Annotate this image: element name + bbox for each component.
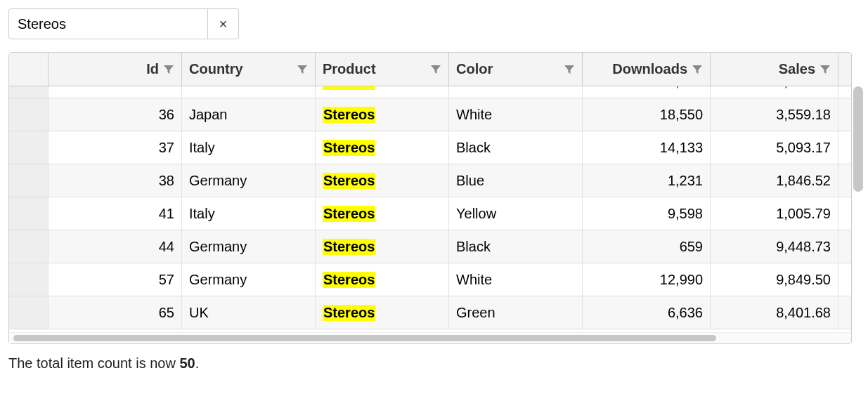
column-label: Product — [323, 61, 426, 77]
cell-tail — [838, 131, 851, 164]
column-header-id[interactable]: Id — [48, 53, 182, 86]
cell-color[interactable]: Black — [449, 230, 583, 263]
filter-icon[interactable] — [430, 64, 441, 75]
cell-sales[interactable]: 9,448.73 — [711, 230, 838, 263]
table-row[interactable]: 38GermanyStereosBlue1,2311,846.52 — [9, 164, 851, 197]
search-input[interactable] — [8, 8, 208, 39]
cell-downloads[interactable]: 12,990 — [583, 263, 711, 296]
row-header-cell[interactable] — [9, 197, 48, 230]
cell-product[interactable]: Stereos — [316, 263, 449, 296]
cell-id[interactable]: 38 — [48, 164, 182, 197]
cell-color[interactable]: White — [449, 86, 583, 98]
footer-suffix: . — [195, 355, 200, 371]
cell-country[interactable]: Germany — [182, 230, 316, 263]
row-header-cell[interactable] — [9, 98, 48, 131]
row-header-cell[interactable] — [9, 86, 48, 98]
cell-color[interactable]: White — [449, 98, 583, 131]
cell-downloads[interactable]: 9,598 — [583, 197, 711, 230]
search-highlight: Stereos — [323, 206, 375, 222]
row-header-cell[interactable] — [9, 263, 48, 296]
search-highlight: Stereos — [323, 305, 375, 321]
cell-country[interactable]: Germany — [182, 263, 316, 296]
table-row[interactable]: 31GreeceStereosWhite16,8898,284.50 — [9, 86, 851, 98]
cell-product[interactable]: Stereos — [316, 131, 449, 164]
cell-sales[interactable]: 1,005.79 — [711, 197, 838, 230]
cell-country[interactable]: Japan — [182, 98, 316, 131]
cell-tail — [838, 98, 851, 131]
cell-id[interactable]: 31 — [48, 86, 182, 98]
cell-sales[interactable]: 1,846.52 — [711, 164, 838, 197]
cell-country[interactable]: Italy — [182, 197, 316, 230]
cell-downloads[interactable]: 659 — [583, 230, 711, 263]
grid-body[interactable]: 31GreeceStereosWhite16,8898,284.5036Japa… — [9, 86, 851, 332]
clear-search-button[interactable]: × — [208, 8, 239, 39]
cell-product[interactable]: Stereos — [316, 296, 449, 329]
table-row[interactable]: 44GermanyStereosBlack6599,448.73 — [9, 230, 851, 263]
cell-id[interactable]: 41 — [48, 197, 182, 230]
cell-tail — [838, 296, 851, 329]
filter-icon[interactable] — [297, 64, 308, 75]
horizontal-scrollbar-thumb[interactable] — [13, 335, 716, 341]
row-header-cell[interactable] — [9, 296, 48, 329]
cell-downloads[interactable]: 16,889 — [583, 86, 711, 98]
cell-color[interactable]: Blue — [449, 164, 583, 197]
cell-tail — [838, 164, 851, 197]
cell-id[interactable]: 44 — [48, 230, 182, 263]
grid-header-row: Id Country Product Color Downloads Sales — [9, 53, 851, 86]
column-header-country[interactable]: Country — [182, 53, 316, 86]
row-header-cell[interactable] — [9, 131, 48, 164]
vertical-scrollbar-thumb[interactable] — [853, 86, 863, 192]
cell-product[interactable]: Stereos — [316, 197, 449, 230]
column-header-sales[interactable]: Sales — [711, 53, 838, 86]
cell-sales[interactable]: 9,849.50 — [711, 263, 838, 296]
cell-downloads[interactable]: 6,636 — [583, 296, 711, 329]
row-header-cell[interactable] — [9, 164, 48, 197]
column-header-downloads[interactable]: Downloads — [583, 53, 711, 86]
search-bar: × — [8, 8, 860, 39]
filter-icon[interactable] — [564, 64, 575, 75]
table-row[interactable]: 36JapanStereosWhite18,5503,559.18 — [9, 98, 851, 131]
cell-id[interactable]: 37 — [48, 131, 182, 164]
cell-sales[interactable]: 5,093.17 — [711, 131, 838, 164]
column-header-product[interactable]: Product — [316, 53, 449, 86]
table-row[interactable]: 57GermanyStereosWhite12,9909,849.50 — [9, 263, 851, 296]
filter-icon[interactable] — [163, 64, 174, 75]
cell-product[interactable]: Stereos — [316, 230, 449, 263]
cell-downloads[interactable]: 1,231 — [583, 164, 711, 197]
cell-color[interactable]: Black — [449, 131, 583, 164]
table-row[interactable]: 37ItalyStereosBlack14,1335,093.17 — [9, 131, 851, 164]
cell-country[interactable]: Greece — [182, 86, 316, 98]
cell-color[interactable]: Green — [449, 296, 583, 329]
cell-country[interactable]: Italy — [182, 131, 316, 164]
footer-count: 50 — [179, 355, 195, 371]
cell-sales[interactable]: 3,559.18 — [711, 98, 838, 131]
cell-country[interactable]: UK — [182, 296, 316, 329]
cell-color[interactable]: Yellow — [449, 197, 583, 230]
cell-tail — [838, 230, 851, 263]
filter-icon[interactable] — [820, 64, 831, 75]
cell-sales[interactable]: 8,401.68 — [711, 296, 838, 329]
cell-product[interactable]: Stereos — [316, 86, 449, 98]
cell-color[interactable]: White — [449, 263, 583, 296]
footer-prefix: The total item count is now — [8, 355, 179, 371]
cell-product[interactable]: Stereos — [316, 164, 449, 197]
column-label: Color — [456, 61, 559, 77]
cell-downloads[interactable]: 18,550 — [583, 98, 711, 131]
cell-country[interactable]: Germany — [182, 164, 316, 197]
table-row[interactable]: 65UKStereosGreen6,6368,401.68 — [9, 296, 851, 329]
cell-sales[interactable]: 8,284.50 — [711, 86, 838, 98]
row-header-cell[interactable] — [9, 230, 48, 263]
table-row[interactable]: 41ItalyStereosYellow9,5981,005.79 — [9, 197, 851, 230]
cell-tail — [838, 263, 851, 296]
cell-id[interactable]: 65 — [48, 296, 182, 329]
cell-product[interactable]: Stereos — [316, 98, 449, 131]
data-grid: Id Country Product Color Downloads Sales… — [8, 52, 852, 344]
cell-id[interactable]: 36 — [48, 98, 182, 131]
column-label: Sales — [718, 61, 815, 77]
cell-downloads[interactable]: 14,133 — [583, 131, 711, 164]
cell-id[interactable]: 57 — [48, 263, 182, 296]
filter-icon[interactable] — [692, 64, 703, 75]
column-header-color[interactable]: Color — [449, 53, 583, 86]
horizontal-scrollbar-track[interactable] — [9, 332, 851, 343]
column-label: Id — [56, 61, 159, 77]
